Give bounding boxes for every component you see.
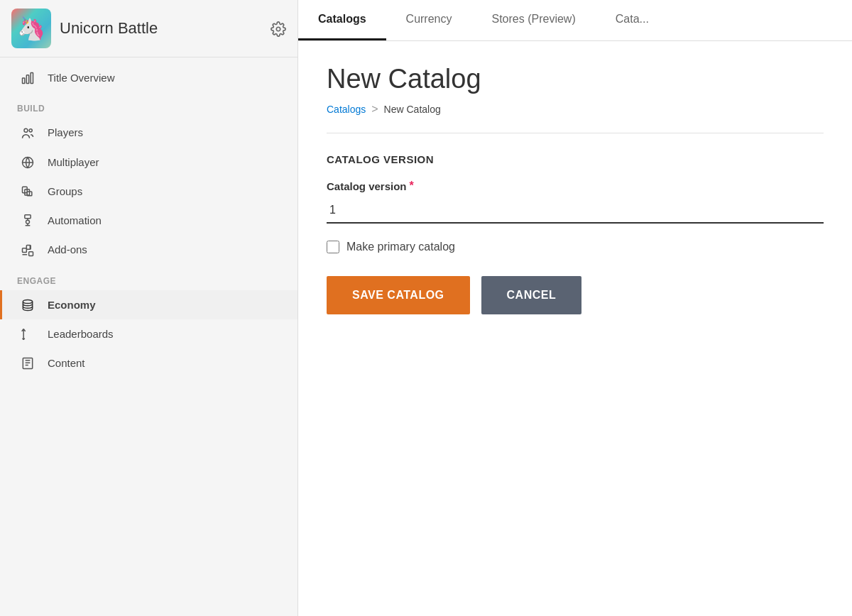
- tab-currency[interactable]: Currency: [386, 0, 472, 40]
- cancel-button[interactable]: CANCEL: [481, 276, 582, 314]
- leaderboards-icon: [19, 326, 36, 341]
- breadcrumb-current: New Catalog: [384, 104, 441, 115]
- section-divider: [327, 133, 824, 133]
- automation-icon: [19, 213, 36, 228]
- sidebar-item-economy-label: Economy: [48, 299, 96, 311]
- players-icon: [19, 125, 36, 140]
- sidebar-item-leaderboards-label: Leaderboards: [48, 328, 114, 340]
- make-primary-label: Make primary catalog: [346, 241, 455, 253]
- settings-icon[interactable]: [271, 19, 286, 38]
- sidebar-item-groups-label: Groups: [48, 185, 82, 197]
- form-actions: SAVE CATALOG CANCEL: [327, 276, 824, 314]
- tab-catalogs[interactable]: Catalogs: [298, 0, 386, 40]
- app-title: Unicorn Battle: [60, 19, 262, 38]
- bar-chart-icon: [19, 70, 36, 85]
- sidebar-item-multiplayer-label: Multiplayer: [48, 156, 99, 168]
- app-logo: 🦄: [11, 9, 51, 48]
- section-label-engage: ENGAGE: [0, 265, 297, 290]
- catalog-version-field-label: Catalog version *: [327, 180, 824, 192]
- svg-point-15: [23, 299, 32, 303]
- sidebar-item-automation-label: Automation: [48, 214, 102, 226]
- svg-point-5: [29, 128, 32, 131]
- sidebar-item-economy[interactable]: Economy: [0, 290, 297, 319]
- sidebar-nav: Title Overview BUILD Players: [0, 57, 297, 383]
- svg-rect-12: [23, 248, 27, 252]
- economy-icon: [19, 297, 36, 312]
- sidebar-header: 🦄 Unicorn Battle: [0, 0, 297, 57]
- required-indicator: *: [410, 180, 414, 192]
- sidebar-item-groups[interactable]: Groups: [0, 177, 297, 206]
- svg-point-0: [276, 27, 280, 31]
- breadcrumb-link-catalogs[interactable]: Catalogs: [327, 104, 366, 115]
- save-catalog-button[interactable]: SAVE CATALOG: [327, 276, 470, 314]
- svg-point-4: [24, 128, 28, 132]
- sidebar-item-multiplayer[interactable]: Multiplayer: [0, 148, 297, 177]
- globe-icon: [19, 155, 36, 170]
- tab-stores[interactable]: Stores (Preview): [471, 0, 595, 40]
- catalog-version-input[interactable]: [327, 198, 824, 224]
- svg-rect-14: [29, 251, 33, 255]
- sidebar-item-automation[interactable]: Automation: [0, 206, 297, 235]
- make-primary-row: Make primary catalog: [327, 241, 824, 253]
- sidebar-item-content[interactable]: Content: [0, 348, 297, 378]
- svg-rect-16: [23, 358, 32, 369]
- sidebar-item-leaderboards[interactable]: Leaderboards: [0, 319, 297, 348]
- svg-rect-1: [23, 78, 25, 84]
- make-primary-checkbox[interactable]: [327, 241, 339, 253]
- sidebar-item-content-label: Content: [48, 357, 85, 369]
- svg-rect-2: [26, 75, 28, 84]
- svg-rect-10: [25, 215, 31, 219]
- section-label-build: BUILD: [0, 92, 297, 118]
- main-content: Catalogs Currency Stores (Preview) Cata.…: [298, 0, 852, 616]
- page-title: New Catalog: [327, 64, 824, 94]
- sidebar-item-players[interactable]: Players: [0, 118, 297, 147]
- breadcrumb-separator: >: [371, 103, 378, 116]
- sidebar: 🦄 Unicorn Battle Title Overview BUILD: [0, 0, 298, 616]
- page-content: New Catalog Catalogs > New Catalog CATAL…: [298, 41, 852, 616]
- tabs-bar: Catalogs Currency Stores (Preview) Cata.…: [298, 0, 852, 41]
- groups-icon: [19, 184, 36, 199]
- breadcrumb: Catalogs > New Catalog: [327, 103, 824, 116]
- catalog-version-section-title: CATALOG VERSION: [327, 153, 824, 165]
- svg-point-11: [26, 220, 30, 224]
- content-icon: [19, 356, 36, 370]
- sidebar-item-title-overview[interactable]: Title Overview: [0, 63, 297, 92]
- sidebar-item-players-label: Players: [48, 126, 83, 138]
- sidebar-item-title-overview-label: Title Overview: [48, 72, 114, 84]
- sidebar-item-addons-label: Add-ons: [48, 243, 87, 255]
- sidebar-item-addons[interactable]: Add-ons: [0, 235, 297, 264]
- tab-catalogs2[interactable]: Cata...: [596, 0, 669, 40]
- addons-icon: [19, 242, 36, 257]
- svg-rect-3: [31, 73, 33, 84]
